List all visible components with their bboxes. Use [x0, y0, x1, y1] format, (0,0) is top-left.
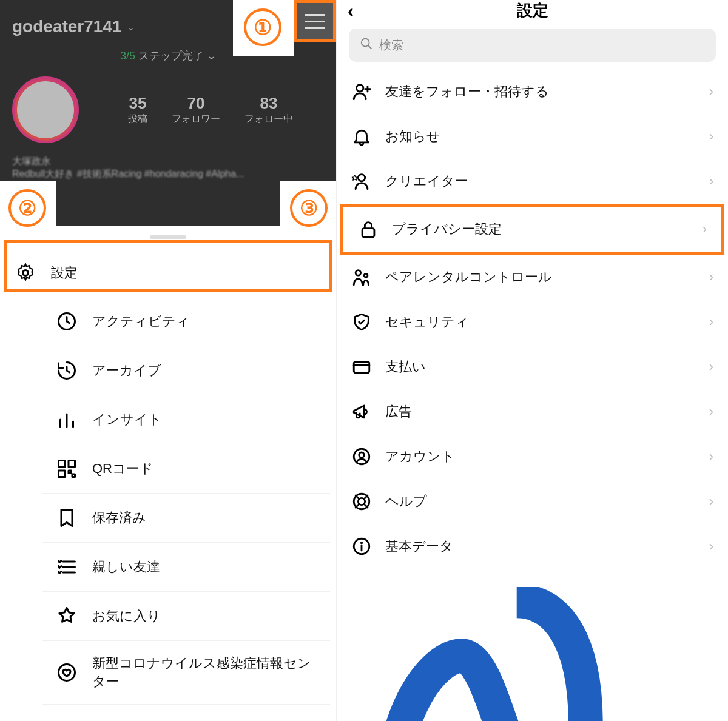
chevron-right-icon: ›: [709, 538, 713, 554]
setting-item-megaphone[interactable]: 広告›: [337, 389, 728, 434]
step-marker-2: ②: [8, 189, 46, 227]
menu-label: 親しい友達: [92, 558, 160, 576]
avatar[interactable]: [12, 76, 79, 143]
bell-icon: [351, 126, 372, 147]
menu-item-qr[interactable]: QRコード: [42, 444, 330, 494]
chevron-right-icon: ›: [709, 84, 713, 99]
setting-label: アカウント: [385, 448, 455, 466]
svg-line-15: [368, 45, 372, 49]
setting-item-account[interactable]: アカウント›: [337, 434, 728, 479]
svg-point-13: [59, 665, 75, 681]
right-panel: ‹ 設定 検索 友達をフォロー・招待する›お知らせ›クリエイター›プライバシー設…: [337, 0, 728, 721]
svg-point-0: [23, 270, 29, 276]
svg-point-26: [359, 452, 365, 458]
svg-line-30: [364, 495, 368, 499]
stats-row: 35 投稿 70 フォロワー 83 フォロー中: [0, 76, 336, 155]
stat-posts[interactable]: 35 投稿: [128, 94, 147, 126]
search-icon: [360, 37, 373, 53]
search-input[interactable]: 検索: [349, 29, 716, 62]
setting-item-bell[interactable]: お知らせ›: [337, 114, 728, 159]
menu-label: QRコード: [92, 460, 153, 478]
setting-label: プライバシー設定: [392, 220, 502, 238]
stat-label: フォロー中: [244, 113, 293, 126]
svg-rect-23: [354, 362, 369, 373]
svg-line-31: [356, 504, 359, 508]
setting-item-help[interactable]: ヘルプ›: [337, 479, 728, 524]
setting-label: クリエイター: [385, 172, 468, 190]
chevron-right-icon: ›: [709, 173, 713, 189]
chevron-right-icon: ›: [703, 221, 707, 237]
chevron-right-icon: ›: [709, 269, 713, 285]
chevron-right-icon: ›: [709, 449, 713, 464]
setting-item-parent[interactable]: ペアレンタルコントロール›: [337, 255, 728, 300]
svg-point-19: [358, 175, 365, 181]
stat-num: 83: [244, 94, 293, 113]
menu-item-archive[interactable]: アーカイブ: [42, 346, 330, 395]
chart-icon: [56, 409, 78, 431]
setting-item-star-person[interactable]: クリエイター›: [337, 159, 728, 204]
info-icon: [351, 536, 372, 557]
help-icon: [351, 491, 372, 512]
search-placeholder: 検索: [379, 37, 403, 53]
username[interactable]: godeater7141: [12, 17, 122, 36]
gear-icon: [15, 262, 36, 284]
menu-label: 保存済み: [92, 509, 146, 527]
chevron-right-icon: ›: [709, 129, 713, 144]
menu-item-clock[interactable]: アクティビティ: [42, 297, 330, 346]
archive-icon: [56, 360, 78, 381]
chevron-down-icon[interactable]: ⌄: [127, 21, 135, 33]
svg-line-32: [364, 504, 368, 508]
menu-item-heart-shield[interactable]: 新型コロナウイルス感染症情報センター: [42, 641, 330, 705]
menu-label: 新型コロナウイルス感染症情報センター: [92, 654, 317, 691]
drag-handle[interactable]: [150, 235, 186, 239]
settings-list: 友達をフォロー・招待する›お知らせ›クリエイター›プライバシー設定›ペアレンタル…: [337, 69, 728, 569]
clock-icon: [56, 310, 78, 332]
stat-label: フォロワー: [172, 113, 220, 126]
setting-label: 広告: [385, 403, 412, 421]
heart-shield-icon: [56, 662, 78, 683]
setting-label: 支払い: [385, 358, 426, 376]
hamburger-menu-button[interactable]: [294, 0, 336, 42]
chevron-right-icon: ›: [709, 494, 713, 509]
setting-label: 友達をフォロー・招待する: [385, 82, 549, 101]
chevron-right-icon: ›: [709, 314, 713, 330]
stat-following[interactable]: 83 フォロー中: [244, 94, 293, 126]
setting-item-lock[interactable]: プライバシー設定›: [340, 204, 724, 255]
stats: 35 投稿 70 フォロワー 83 フォロー中: [97, 94, 324, 126]
setting-item-card[interactable]: 支払い›: [337, 344, 728, 389]
setting-item-info[interactable]: 基本データ›: [337, 524, 728, 569]
svg-rect-6: [69, 461, 75, 468]
account-icon: [351, 446, 372, 467]
shield-icon: [351, 312, 372, 332]
svg-rect-9: [72, 474, 75, 477]
svg-rect-20: [362, 229, 374, 237]
back-button[interactable]: ‹: [348, 1, 354, 21]
menu-label: 設定: [51, 264, 78, 282]
menu-item-chart[interactable]: インサイト: [42, 395, 330, 444]
star-list-icon: [56, 556, 78, 578]
step-marker-3: ③: [290, 189, 328, 227]
setting-label: ペアレンタルコントロール: [385, 268, 552, 286]
menu-item-star[interactable]: お気に入り: [42, 592, 330, 641]
menu-item-bookmark[interactable]: 保存済み: [42, 494, 330, 543]
meta-brand: Meta: [337, 569, 728, 721]
star-icon: [56, 605, 78, 627]
svg-rect-7: [59, 471, 66, 477]
stat-num: 35: [128, 94, 147, 113]
setting-label: 基本データ: [385, 537, 453, 555]
left-panel: godeater7141 ⌄ 3/5 ステップ完了 ⌄ 35 投稿 70 フォロ…: [0, 0, 337, 721]
setting-item-person-plus[interactable]: 友達をフォロー・招待する›: [337, 69, 728, 114]
setting-item-shield[interactable]: セキュリティ›: [337, 300, 728, 344]
svg-point-35: [361, 543, 362, 543]
stat-followers[interactable]: 70 フォロワー: [172, 94, 220, 126]
menu-label: インサイト: [92, 411, 162, 429]
page-title: 設定: [517, 0, 548, 21]
stat-num: 70: [172, 94, 220, 113]
lock-icon: [358, 219, 379, 240]
svg-rect-5: [59, 461, 66, 468]
menu-item-gear[interactable]: 設定: [0, 249, 336, 297]
svg-rect-8: [69, 471, 72, 474]
parent-icon: [351, 267, 372, 287]
menu-item-star-list[interactable]: 親しい友達: [42, 543, 330, 592]
svg-point-21: [356, 270, 361, 276]
